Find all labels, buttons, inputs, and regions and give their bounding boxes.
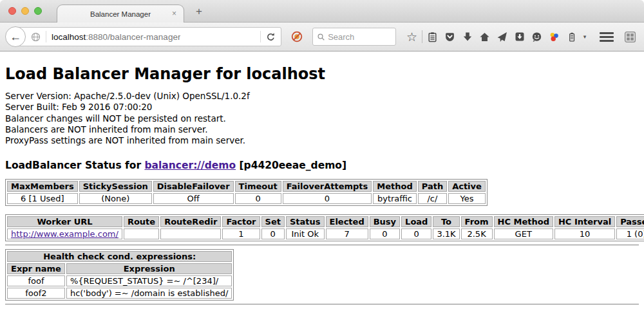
home-icon <box>479 32 490 42</box>
load-value: 0 <box>401 228 431 239</box>
expr-value: %{REQUEST_STATUS} =~ /^[234]/ <box>66 275 232 286</box>
battery-widget-button[interactable] <box>563 32 580 42</box>
column-header: RouteRedir <box>160 216 221 227</box>
grid-icon <box>624 31 636 43</box>
paper-plane-icon <box>497 32 507 42</box>
worker-row: http://www.example.com/ 1 0 Init Ok 7 0 … <box>7 228 644 239</box>
site-identity-globe-icon[interactable] <box>31 32 41 42</box>
column-header: Timeout <box>235 181 281 192</box>
passes-value: 1 (0) <box>616 228 644 239</box>
search-box[interactable] <box>312 28 396 46</box>
column-header: Route <box>124 216 159 227</box>
smiley-icon <box>531 32 542 42</box>
expr-name: foof2 <box>7 288 65 299</box>
column-header: Busy <box>370 216 400 227</box>
page-bottom-divider <box>5 304 639 305</box>
download-arrow-icon <box>462 32 473 42</box>
square-download-icon <box>515 32 525 42</box>
content-blocker-icon[interactable] <box>291 31 303 42</box>
url-bar[interactable]: localhost:8880/balancer-manager <box>15 27 281 46</box>
downloads-button[interactable] <box>459 32 476 42</box>
route-value <box>124 228 159 239</box>
save-to-device-button[interactable] <box>511 32 528 42</box>
health-check-title: Health check cond. expressions: <box>7 251 232 262</box>
zoom-window-button[interactable] <box>34 7 42 15</box>
column-header: From <box>461 216 493 227</box>
balancer-settings-table: MaxMembers StickySession DisableFailover… <box>5 179 488 206</box>
to-value: 3.1K <box>433 228 459 239</box>
reload-button[interactable] <box>255 31 276 42</box>
persist-note-line: Balancer changes will NOT be persisted o… <box>5 113 639 124</box>
minimize-window-button[interactable] <box>21 7 29 15</box>
method-value: bytraffic <box>373 193 416 204</box>
urlbar-divider <box>260 31 261 42</box>
back-button[interactable]: ← <box>5 26 26 47</box>
pocket-icon <box>444 32 455 42</box>
table-row: foof2 hc('body') =~ /domain is establish… <box>7 288 232 299</box>
column-header: Set <box>261 216 285 227</box>
worker-table: Worker URL Route RouteRedir Factor Set S… <box>5 214 644 241</box>
heading-suffix: [p4420eeae_demo] <box>236 160 346 171</box>
hc-interval-value: 10 <box>554 228 615 239</box>
home-button[interactable] <box>476 32 493 42</box>
close-window-button[interactable] <box>8 7 16 15</box>
column-header: Path <box>418 181 447 192</box>
reload-icon <box>266 32 276 42</box>
column-header: Elected <box>326 216 368 227</box>
column-header: HC Interval <box>554 216 615 227</box>
hc-method-value: GET <box>494 228 553 239</box>
column-header: HC Method <box>494 216 553 227</box>
column-header: StickySession <box>79 181 152 192</box>
bookmark-star-button[interactable]: ☆ <box>403 31 421 43</box>
column-header: To <box>433 216 459 227</box>
column-header: Factor <box>222 216 260 227</box>
server-info: Server Version: Apache/2.5.0-dev (Unix) … <box>5 91 639 146</box>
set-value: 0 <box>261 228 285 239</box>
balancer-demo-link[interactable]: balancer://demo <box>144 160 236 171</box>
worker-url-link[interactable]: http://www.example.com/ <box>11 229 118 239</box>
disablefailover-value: Off <box>153 193 234 204</box>
tab-title: Balancer Manager <box>90 10 151 18</box>
page-title: Load Balancer Manager for localhost <box>5 65 639 83</box>
color-dots-button[interactable] <box>545 32 563 42</box>
star-icon: ☆ <box>406 31 417 43</box>
maxmembers-value: 6 [1 Used] <box>7 193 78 204</box>
worker-url-cell: http://www.example.com/ <box>7 228 122 239</box>
urlbar-divider <box>46 31 46 42</box>
failoverattempts-value: 0 <box>283 193 372 204</box>
active-value: Yes <box>448 193 486 204</box>
new-tab-button[interactable]: + <box>191 5 207 18</box>
table-row: 6 [1 Used] (None) Off 0 0 bytraffic /c/ … <box>7 193 486 204</box>
column-header: DisableFailover <box>153 181 234 192</box>
table-row: foof %{REQUEST_STATUS} =~ /^[234]/ <box>7 275 232 286</box>
column-header: Load <box>401 216 431 227</box>
column-header: Active <box>448 181 486 192</box>
search-input[interactable] <box>328 32 391 42</box>
server-built-line: Server Built: Feb 9 2016 07:00:20 <box>5 102 639 113</box>
table-header-row: MaxMembers StickySession DisableFailover… <box>7 181 486 192</box>
column-header: Worker URL <box>7 216 122 227</box>
url-text[interactable]: localhost:8880/balancer-manager <box>52 32 180 42</box>
expr-name: foof <box>7 275 65 286</box>
elected-value: 7 <box>326 228 368 239</box>
column-header: Method <box>373 181 416 192</box>
forum-button[interactable] <box>528 32 545 42</box>
column-header: FailoverAttempts <box>283 181 372 192</box>
busy-value: 0 <box>370 228 400 239</box>
tab-groups-button[interactable] <box>624 31 636 43</box>
balancer-status-heading: LoadBalancer Status for balancer://demo … <box>5 160 639 171</box>
close-tab-icon[interactable]: × <box>172 9 176 18</box>
expr-value: hc('body') =~ /domain is established/ <box>66 288 232 299</box>
timeout-value: 0 <box>235 193 281 204</box>
tab-balancer-manager[interactable]: Balancer Manager × <box>57 5 184 23</box>
menu-button[interactable] <box>600 32 614 42</box>
bookmarks-menu-button[interactable] <box>424 32 441 42</box>
navigation-toolbar: ← localhost:8880/balancer-manager ☆ <box>0 23 644 51</box>
stickysession-value: (None) <box>79 193 152 204</box>
pocket-button[interactable] <box>441 32 459 42</box>
battery-icon <box>567 32 577 42</box>
browser-window: Balancer Manager × + ← localhost:8880/ba… <box>0 0 644 316</box>
clipboard-icon <box>427 32 438 42</box>
send-tab-button[interactable] <box>493 32 511 42</box>
overflow-caret-icon[interactable]: ▾ <box>580 33 589 40</box>
